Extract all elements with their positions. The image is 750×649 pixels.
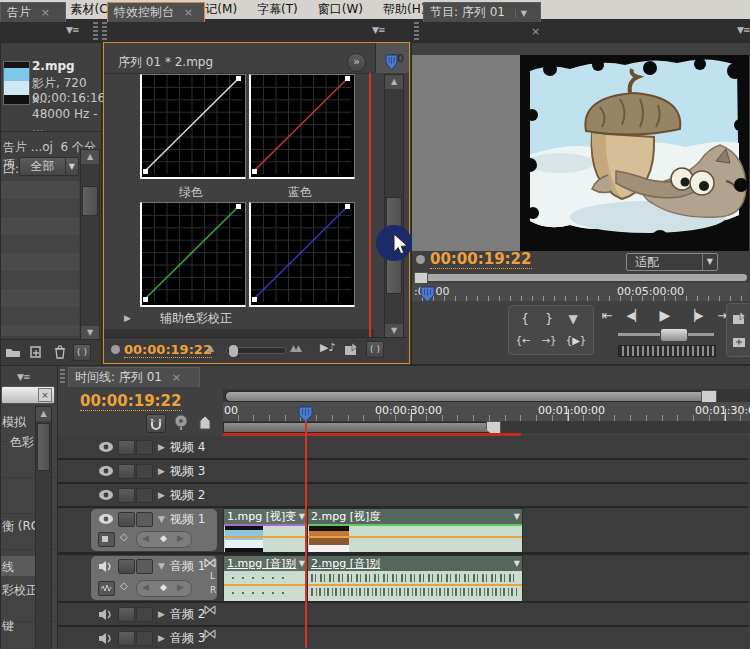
close-icon[interactable]: × bbox=[41, 6, 50, 19]
hscrollbar-thumb[interactable] bbox=[225, 391, 715, 402]
track-lock-toggle[interactable] bbox=[136, 607, 153, 622]
sync-lock-icon[interactable] bbox=[118, 631, 135, 646]
menu-window[interactable]: 窗口(W) bbox=[308, 1, 373, 18]
add-keyframe-icon[interactable]: ◆ bbox=[160, 582, 167, 592]
track-row-video4[interactable]: ▶ 视频 4 bbox=[58, 436, 749, 458]
close-icon[interactable]: × bbox=[172, 371, 181, 384]
add-marker-button[interactable]: ▼ bbox=[565, 310, 581, 328]
chevron-down-icon[interactable]: ▼ bbox=[515, 9, 527, 18]
expanded-triangle-icon[interactable]: ▼ bbox=[158, 561, 165, 571]
sync-lock-icon[interactable] bbox=[118, 559, 135, 574]
sync-lock-icon[interactable] bbox=[118, 464, 135, 479]
viewer-scrollbar[interactable] bbox=[414, 274, 747, 281]
display-style-icon[interactable] bbox=[98, 532, 115, 547]
sync-lock-icon[interactable] bbox=[118, 512, 135, 527]
zoom-fit-dropdown[interactable]: 适配 ▼ bbox=[626, 253, 718, 271]
project-item-list[interactable] bbox=[1, 181, 79, 336]
resize-grip[interactable]: ( ) bbox=[73, 344, 91, 361]
clip-thumbnail[interactable] bbox=[3, 61, 30, 105]
sync-lock-icon[interactable] bbox=[118, 488, 135, 503]
effect-timecode[interactable]: 00:00:19:22 bbox=[124, 342, 212, 358]
expanded-triangle-icon[interactable]: ▼ bbox=[158, 514, 165, 524]
zoom-slider[interactable] bbox=[226, 347, 286, 354]
goto-out-button[interactable]: →} bbox=[537, 332, 561, 350]
zoom-out-icon[interactable]: ▲ bbox=[208, 344, 214, 353]
playhead-marker-icon[interactable] bbox=[385, 54, 399, 72]
sync-lock-icon[interactable] bbox=[118, 607, 135, 622]
scrollbar-thumb[interactable] bbox=[82, 186, 98, 216]
effects-search-input[interactable]: × bbox=[1, 386, 55, 404]
prev-keyframe-icon[interactable]: ◀ bbox=[142, 533, 149, 543]
panel-drag-grip[interactable] bbox=[102, 22, 107, 40]
tab-program-monitor[interactable]: 节目: 序列 01 ▼ bbox=[423, 2, 541, 22]
scroll-down-icon[interactable]: ▼ bbox=[81, 326, 99, 340]
effects-scrollbar[interactable]: ▲ bbox=[35, 406, 52, 649]
speaker-icon[interactable] bbox=[98, 608, 113, 621]
track-lock-toggle[interactable] bbox=[136, 512, 153, 527]
bin-folder-icon[interactable] bbox=[5, 346, 21, 358]
next-keyframe-icon[interactable]: ▶ bbox=[177, 533, 184, 543]
speaker-icon[interactable] bbox=[98, 632, 113, 645]
set-in-button[interactable]: { bbox=[517, 310, 533, 328]
clip-name[interactable]: 2.mpg bbox=[32, 59, 75, 73]
eye-icon[interactable] bbox=[98, 465, 114, 477]
track-row-video2[interactable]: ▶ 视频 2 bbox=[58, 484, 749, 506]
menu-title[interactable]: 字幕(T) bbox=[247, 1, 308, 18]
track-lock-toggle[interactable] bbox=[136, 464, 153, 479]
curve-grid-green[interactable] bbox=[140, 202, 246, 307]
goto-previous-edit-button[interactable]: ⇤ bbox=[596, 307, 618, 325]
set-out-button[interactable]: } bbox=[541, 310, 557, 328]
clip-video-2[interactable]: 2.mpg [视]度▼ bbox=[307, 508, 523, 554]
tab-timeline[interactable]: 时间线: 序列 01 × bbox=[68, 367, 200, 387]
effect-item[interactable]: 色彩 bbox=[10, 434, 34, 451]
zoom-slider-thumb[interactable] bbox=[228, 344, 239, 358]
collapsed-triangle-icon[interactable]: ▶ bbox=[158, 490, 165, 500]
close-icon[interactable]: × bbox=[184, 6, 193, 19]
export-frame-icon[interactable] bbox=[732, 310, 748, 325]
panel-drag-grip[interactable] bbox=[60, 369, 65, 385]
curve-grid-blue[interactable] bbox=[249, 202, 355, 307]
sync-lock-icon[interactable] bbox=[118, 440, 135, 455]
track-row-audio1[interactable]: ▼ 音频 1 ◇ ◀ ◆ ▶ L R 1.mpg [音]别▼ bbox=[58, 555, 749, 601]
panel-menu-icon[interactable]: ▼≡ bbox=[372, 25, 384, 35]
play-button[interactable]: ▶ bbox=[654, 306, 676, 324]
clip-audio-1[interactable]: 1.mpg [音]别▼ bbox=[223, 555, 308, 603]
goto-in-button[interactable]: {← bbox=[511, 332, 535, 350]
timeline-hscrollbar[interactable] bbox=[223, 389, 750, 402]
new-item-icon[interactable] bbox=[29, 345, 43, 359]
eye-icon[interactable] bbox=[98, 489, 114, 501]
curve-grid-master[interactable] bbox=[140, 74, 246, 179]
effect-item-selected[interactable]: 线 bbox=[2, 559, 14, 576]
collapsed-triangle-icon[interactable]: ▶ bbox=[124, 313, 131, 323]
waveform-style-icon[interactable] bbox=[98, 581, 115, 596]
sequence-marker-button[interactable] bbox=[174, 414, 189, 431]
project-scrollbar[interactable]: ▲ ▼ bbox=[80, 149, 100, 341]
lift-icon[interactable] bbox=[732, 334, 748, 349]
clear-search-icon[interactable]: × bbox=[38, 388, 52, 402]
panel-drag-grip[interactable] bbox=[93, 22, 98, 40]
curve-grid-red[interactable] bbox=[249, 74, 355, 179]
track-lock-toggle[interactable] bbox=[136, 488, 153, 503]
track-lock-toggle[interactable] bbox=[136, 559, 153, 574]
program-timecode[interactable]: 00:00:19:22 bbox=[430, 250, 532, 269]
program-ruler[interactable]: :00:00 00:05:00:00 bbox=[412, 283, 749, 301]
tab-effect-controls[interactable]: 特效控制台 × bbox=[107, 2, 205, 22]
eye-icon[interactable] bbox=[98, 513, 114, 525]
scrollbar-thumb[interactable] bbox=[37, 423, 50, 471]
effect-scrollbar[interactable]: ▲ ▼ bbox=[384, 74, 404, 339]
timeline-timecode[interactable]: 00:00:19:22 bbox=[80, 392, 182, 411]
panel-menu-icon[interactable]: ▼≡ bbox=[66, 25, 78, 35]
track-row-audio3[interactable]: ▶ 音频 3 bbox=[58, 627, 749, 648]
step-forward-button[interactable]: ▕▶ bbox=[684, 307, 706, 325]
panel-menu-icon[interactable]: ▼≡ bbox=[17, 372, 29, 382]
collapsed-triangle-icon[interactable]: ▶ bbox=[158, 633, 165, 643]
collapsed-triangle-icon[interactable]: ▶ bbox=[158, 609, 165, 619]
scroll-up-icon[interactable]: ▲ bbox=[81, 150, 99, 164]
secondary-color-row[interactable]: ▶ 辅助色彩校正 bbox=[104, 307, 374, 329]
jog-disk[interactable] bbox=[618, 345, 716, 357]
prev-keyframe-icon[interactable]: ◀ bbox=[142, 582, 149, 592]
eye-icon[interactable] bbox=[98, 441, 114, 453]
keyframe-diamond-icon[interactable]: ◇ bbox=[120, 580, 128, 591]
video-frame[interactable] bbox=[520, 55, 749, 251]
show-timeline-chevrons-icon[interactable]: » bbox=[347, 53, 366, 72]
